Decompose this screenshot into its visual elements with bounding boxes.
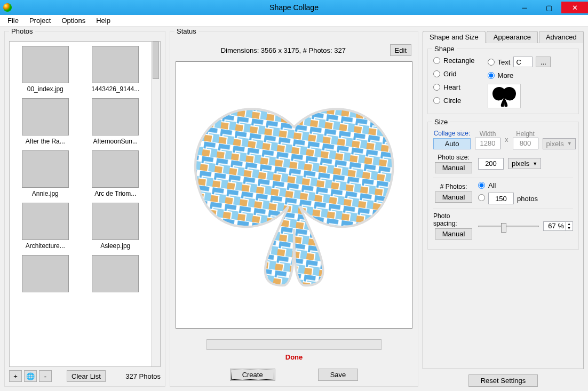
spacing-label: Photo spacing:: [433, 212, 474, 227]
thumb-image: [22, 98, 69, 135]
photo-thumb[interactable]: Architecture...: [14, 203, 77, 250]
minimize-button[interactable]: ─: [512, 2, 537, 13]
status-footer: Create Save: [174, 365, 414, 382]
radio-grid-label: Grid: [443, 70, 457, 78]
size-legend: Size: [432, 118, 450, 126]
photos-legend: Photos: [9, 27, 35, 35]
close-button[interactable]: ✕: [561, 2, 588, 13]
shape-legend: Shape: [432, 45, 457, 53]
radio-circle[interactable]: Circle: [433, 97, 475, 105]
edit-button[interactable]: Edit: [390, 44, 411, 56]
thumb-label: Architecture...: [26, 242, 65, 250]
collage-unit-select[interactable]: pixels▼: [543, 138, 576, 149]
save-button[interactable]: Save: [318, 369, 359, 381]
radio-grid[interactable]: Grid: [433, 70, 475, 78]
photos-footer: + 🌐 - Clear List 327 Photos: [9, 367, 161, 382]
photo-count: 327 Photos: [125, 372, 161, 380]
radio-heart[interactable]: Heart: [433, 83, 475, 91]
collage-size-toggle[interactable]: Auto: [433, 138, 471, 149]
status-panel: Status Dimensions: 3566 x 3175, # Photos…: [170, 31, 418, 387]
height-input[interactable]: [513, 138, 538, 149]
title-bar: Shape Collage ─ ▢ ✕: [0, 0, 588, 15]
thumb-label: AfternoonSun...: [93, 138, 138, 145]
photos-panel: Photos 00_index.jpg 1443426_9144... Afte…: [4, 31, 165, 387]
chevron-down-icon: ▼: [533, 161, 537, 166]
remove-photo-button[interactable]: -: [39, 370, 52, 382]
window-buttons: ─ ▢ ✕: [512, 2, 588, 13]
spacing-toggle[interactable]: Manual: [435, 228, 472, 240]
tab-body: Shape Rectangle Grid Heart Circle Text .…: [423, 43, 584, 369]
tab-appearance[interactable]: Appearance: [487, 31, 538, 43]
menu-options[interactable]: Options: [56, 15, 91, 26]
custom-shape-preview[interactable]: [488, 84, 521, 108]
maximize-button[interactable]: ▢: [537, 2, 561, 13]
spacing-slider[interactable]: [478, 221, 539, 232]
reset-row: Reset Settings: [423, 369, 584, 387]
photo-thumb[interactable]: After the Ra...: [14, 98, 77, 145]
radio-more-label: More: [498, 71, 514, 79]
photo-thumb[interactable]: [14, 255, 77, 294]
add-web-button[interactable]: 🌐: [24, 370, 37, 382]
radio-more[interactable]: More: [488, 71, 551, 79]
thumb-image: [22, 150, 69, 188]
photo-thumb[interactable]: Annie.jpg: [14, 150, 77, 197]
num-photos-label: # Photos:: [440, 183, 467, 190]
photo-thumb[interactable]: AfternoonSun...: [84, 98, 147, 145]
x-separator: x: [505, 135, 508, 143]
radio-all-photos[interactable]: All: [478, 181, 538, 189]
radio-text[interactable]: Text: [488, 58, 511, 66]
num-photos-input[interactable]: [488, 193, 514, 204]
menu-help[interactable]: Help: [91, 15, 116, 26]
photo-unit-select[interactable]: pixels▼: [508, 158, 541, 169]
collage-preview: [176, 61, 412, 329]
text-shape-more-button[interactable]: ...: [536, 57, 551, 67]
thumb-label: Arc de Triom...: [94, 190, 136, 197]
all-label: All: [488, 181, 496, 189]
create-button[interactable]: Create: [230, 369, 275, 381]
width-label: Width: [480, 130, 496, 138]
slider-knob[interactable]: [501, 223, 506, 233]
photo-size-input[interactable]: [478, 158, 504, 170]
photo-size-toggle[interactable]: Manual: [435, 162, 472, 173]
menu-project[interactable]: Project: [24, 15, 56, 26]
spin-up-icon[interactable]: ▲: [566, 222, 573, 226]
menu-file[interactable]: File: [2, 15, 24, 26]
reset-settings-button[interactable]: Reset Settings: [468, 374, 538, 387]
client-area: Photos 00_index.jpg 1443426_9144... Afte…: [0, 27, 588, 391]
butterfly-icon: [490, 85, 519, 107]
photo-thumb[interactable]: Asleep.jpg: [84, 203, 147, 250]
photo-thumb[interactable]: 00_index.jpg: [14, 46, 77, 93]
globe-icon: 🌐: [26, 372, 35, 380]
tab-advanced[interactable]: Advanced: [539, 31, 584, 43]
progress-bar: [206, 339, 382, 350]
num-photos-toggle[interactable]: Manual: [435, 191, 472, 203]
radio-heart-label: Heart: [443, 83, 460, 91]
spacing-spinner[interactable]: ▲▼: [543, 221, 573, 231]
photo-thumb[interactable]: [84, 255, 147, 294]
thumb-scrollbar[interactable]: [151, 42, 160, 366]
thumb-image: [92, 255, 139, 292]
status-text: Done: [174, 353, 414, 361]
width-input[interactable]: [475, 138, 500, 149]
text-shape-input[interactable]: [513, 57, 533, 67]
add-photo-button[interactable]: +: [9, 370, 22, 382]
clear-list-button[interactable]: Clear List: [67, 370, 106, 382]
photo-thumb[interactable]: Arc de Triom...: [84, 150, 147, 197]
shape-group: Shape Rectangle Grid Heart Circle Text .…: [427, 49, 579, 114]
radio-circle-label: Circle: [443, 97, 461, 105]
photo-thumb[interactable]: 1443426_9144...: [84, 46, 147, 93]
radio-num-photos[interactable]: [478, 194, 485, 203]
spin-down-icon[interactable]: ▼: [566, 226, 573, 230]
photos-word: photos: [517, 195, 538, 203]
menu-bar: File Project Options Help: [0, 15, 588, 27]
thumb-label: 1443426_9144...: [91, 85, 139, 93]
tab-shape-size[interactable]: Shape and Size: [423, 31, 486, 43]
scrollbar-thumb[interactable]: [153, 42, 159, 79]
radio-rectangle[interactable]: Rectangle: [433, 57, 475, 65]
tab-bar: Shape and Size Appearance Advanced: [423, 31, 584, 43]
thumbnail-list[interactable]: 00_index.jpg 1443426_9144... After the R…: [9, 41, 161, 367]
thumb-image: [22, 255, 69, 292]
spacing-value[interactable]: [544, 222, 565, 230]
unit-label: pixels: [546, 140, 564, 148]
thumb-label: 00_index.jpg: [27, 85, 63, 93]
